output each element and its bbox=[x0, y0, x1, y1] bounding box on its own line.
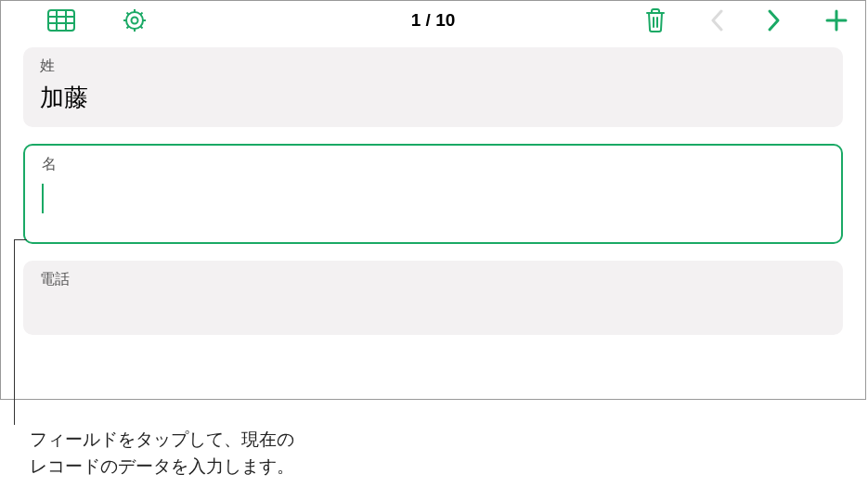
add-record-icon[interactable] bbox=[824, 8, 849, 32]
svg-line-13 bbox=[127, 26, 129, 28]
svg-line-12 bbox=[140, 26, 142, 28]
callout-connector-tick bbox=[14, 239, 27, 240]
svg-line-14 bbox=[140, 13, 142, 15]
field-firstname[interactable]: 名 bbox=[23, 144, 843, 244]
callout-line2: レコードのデータを入力します。 bbox=[30, 453, 294, 480]
field-label: 姓 bbox=[40, 57, 826, 76]
field-label: 名 bbox=[42, 155, 824, 174]
table-view-icon[interactable] bbox=[47, 9, 75, 32]
field-surname[interactable]: 姓 加藤 bbox=[23, 47, 843, 127]
callout-line1: フィールドをタップして、現在の bbox=[30, 426, 294, 453]
record-position: 1 / 10 bbox=[411, 10, 456, 31]
field-input[interactable] bbox=[42, 180, 824, 217]
field-label: 電話 bbox=[40, 270, 826, 289]
svg-point-5 bbox=[126, 12, 143, 29]
toolbar: 1 / 10 bbox=[1, 1, 865, 40]
prev-record-icon bbox=[709, 8, 724, 32]
field-value[interactable]: 加藤 bbox=[40, 82, 826, 114]
text-caret bbox=[42, 184, 44, 213]
svg-rect-0 bbox=[48, 10, 74, 31]
gear-icon[interactable] bbox=[122, 7, 148, 33]
field-phone[interactable]: 電話 bbox=[23, 261, 843, 335]
trash-icon[interactable] bbox=[644, 7, 667, 33]
form-fields: 姓 加藤 名 電話 bbox=[1, 40, 865, 357]
callout-text: フィールドをタップして、現在の レコードのデータを入力します。 bbox=[30, 426, 294, 481]
svg-point-6 bbox=[132, 18, 138, 24]
callout-connector-line bbox=[14, 239, 15, 425]
svg-line-11 bbox=[127, 13, 129, 15]
next-record-icon[interactable] bbox=[767, 8, 782, 32]
